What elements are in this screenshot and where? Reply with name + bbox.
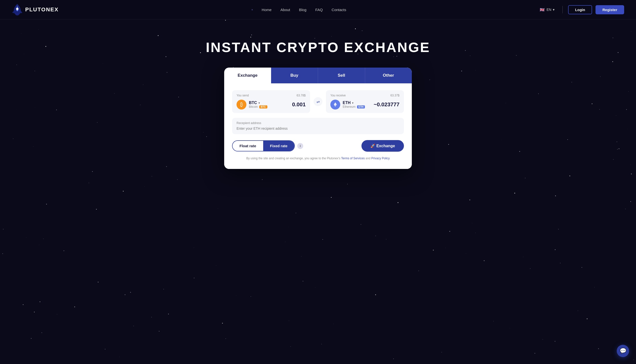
svg-point-1 [16, 8, 19, 10]
receive-label: You receive [330, 94, 346, 97]
nav-dot [252, 9, 253, 10]
brand: PLUTONEX [12, 4, 59, 16]
terms-link1[interactable]: Terms of Services [341, 156, 365, 160]
receive-dropdown-icon: ▾ [352, 102, 353, 104]
receive-symbol[interactable]: ETH ▾ [343, 100, 365, 105]
chat-icon: 💬 [620, 348, 626, 354]
divider [562, 6, 563, 13]
brand-name: PLUTONEX [25, 6, 59, 13]
svg-point-0 [15, 13, 19, 16]
recipient-label: Recepient address [237, 121, 399, 125]
receive-value: 63.37$ [390, 94, 399, 97]
exchange-button[interactable]: 🚀 Exchange [361, 140, 404, 152]
receive-full-name-text: Ethereum [343, 105, 355, 108]
send-label: You send [237, 94, 249, 97]
recipient-input[interactable] [237, 126, 399, 130]
send-full-name: Bitcoin BTC [249, 105, 267, 108]
language-label: EN [547, 8, 551, 12]
rate-buttons: Float rate Fixed rate [232, 140, 295, 152]
nav-faq[interactable]: FAQ [315, 8, 323, 12]
send-name-block: BTC ▾ Bitcoin BTC [249, 100, 267, 108]
terms-text: By using the site and creating an exchan… [232, 156, 404, 162]
main-content: INSTANT CRYPTO EXCHANGE Exchange Buy Sel… [0, 20, 636, 169]
navbar-right: 🇬🇧 EN ▾ Login Register [539, 5, 624, 14]
language-selector[interactable]: 🇬🇧 EN ▾ [539, 8, 554, 12]
nav-contacts[interactable]: Contacts [332, 8, 346, 12]
send-label-row: You send 63.78$ [237, 94, 306, 97]
receive-amount[interactable]: ~0.023777 [373, 101, 399, 108]
rate-row: Float rate Fixed rate i 🚀 Exchange [232, 140, 404, 152]
send-value: 63.78$ [297, 94, 306, 97]
send-amount[interactable]: 0.001 [292, 101, 306, 108]
receive-badge: ETH [357, 105, 365, 108]
send-symbol-text: BTC [249, 100, 257, 105]
send-symbol[interactable]: BTC ▾ [249, 100, 267, 105]
nav-about[interactable]: About [281, 8, 290, 12]
login-button[interactable]: Login [568, 5, 592, 14]
exchange-card: Exchange Buy Sell Other You send 63.78$ … [224, 68, 412, 169]
send-currency-box: You send 63.78$ ₿ BTC ▾ [232, 90, 310, 113]
nav-blog[interactable]: Blog [299, 8, 306, 12]
recipient-box: Recepient address [232, 118, 404, 134]
send-dropdown-icon: ▾ [259, 102, 260, 104]
navbar: PLUTONEX Home About Blog FAQ Contacts 🇬🇧… [0, 0, 636, 20]
tab-buy[interactable]: Buy [271, 68, 318, 83]
tabs: Exchange Buy Sell Other [224, 68, 412, 83]
send-currency-info: ₿ BTC ▾ Bitcoin BTC [237, 100, 267, 110]
receive-currency-box: You receive 63.37$ [326, 90, 404, 113]
flag-icon: 🇬🇧 [539, 8, 545, 12]
terms-and: and [365, 156, 371, 160]
hero-title: INSTANT CRYPTO EXCHANGE [206, 39, 430, 55]
receive-symbol-text: ETH [343, 100, 351, 105]
receive-currency-selector: ETH ▾ Ethereum ETH ~0.023777 [330, 100, 399, 110]
card-body: You send 63.78$ ₿ BTC ▾ [224, 83, 412, 169]
receive-name-block: ETH ▾ Ethereum ETH [343, 100, 365, 108]
brand-logo [12, 4, 23, 16]
terms-prefix: By using the site and creating an exchan… [246, 156, 341, 160]
float-rate-button[interactable]: Float rate [233, 141, 263, 151]
tab-sell[interactable]: Sell [318, 68, 365, 83]
send-currency-selector: ₿ BTC ▾ Bitcoin BTC [237, 100, 306, 110]
navbar-center: Home About Blog FAQ Contacts [252, 8, 346, 12]
fixed-rate-button[interactable]: Fixed rate [263, 141, 295, 151]
eth-icon [330, 100, 340, 110]
btc-icon: ₿ [237, 100, 246, 110]
receive-label-row: You receive 63.37$ [330, 94, 399, 97]
receive-full-name: Ethereum ETH [343, 105, 365, 108]
register-button[interactable]: Register [595, 5, 624, 14]
chat-button[interactable]: 💬 [617, 345, 629, 357]
terms-link2[interactable]: Privacy Policy [371, 156, 390, 160]
dropdown-arrow-icon: ▾ [553, 8, 554, 12]
swap-button[interactable]: ⇌ [314, 97, 322, 106]
nav-home[interactable]: Home [262, 8, 272, 12]
tab-exchange[interactable]: Exchange [224, 68, 271, 83]
tab-other[interactable]: Other [365, 68, 412, 83]
receive-currency-info: ETH ▾ Ethereum ETH [330, 100, 365, 110]
rate-info-icon[interactable]: i [297, 143, 303, 149]
send-badge: BTC [259, 105, 267, 108]
send-full-name-text: Bitcoin [249, 105, 258, 108]
exchange-row: You send 63.78$ ₿ BTC ▾ [232, 90, 404, 113]
